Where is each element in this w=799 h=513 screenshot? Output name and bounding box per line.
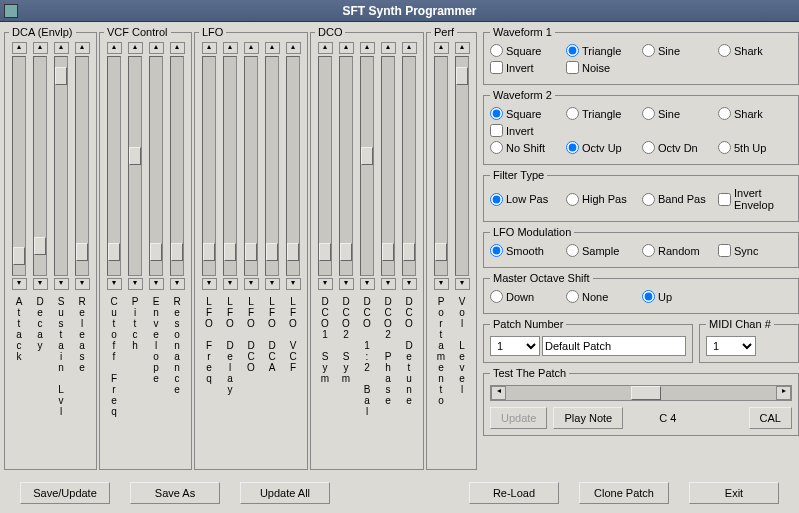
wave2-invert[interactable]: Invert bbox=[490, 124, 564, 137]
radio-input[interactable] bbox=[642, 193, 655, 206]
slider-thumb[interactable] bbox=[382, 243, 394, 261]
octave-none[interactable]: None bbox=[566, 290, 640, 303]
radio-input[interactable] bbox=[490, 290, 503, 303]
arrow-up-icon[interactable]: ▴ bbox=[339, 42, 354, 54]
wave2-square[interactable]: Square bbox=[490, 107, 564, 120]
slider-thumb[interactable] bbox=[319, 243, 331, 261]
slider-track[interactable] bbox=[434, 56, 448, 276]
radio-input[interactable] bbox=[490, 141, 503, 154]
arrow-up-icon[interactable]: ▴ bbox=[360, 42, 375, 54]
slider-track[interactable] bbox=[12, 56, 26, 276]
arrow-up-icon[interactable]: ▴ bbox=[202, 42, 217, 54]
slider-thumb[interactable] bbox=[129, 147, 141, 165]
wave1-triangle[interactable]: Triangle bbox=[566, 44, 640, 57]
octave-up[interactable]: Up bbox=[642, 290, 716, 303]
exit-button[interactable]: Exit bbox=[689, 482, 779, 504]
radio-input[interactable] bbox=[490, 107, 503, 120]
slider-track[interactable] bbox=[170, 56, 184, 276]
arrow-down-icon[interactable]: ▾ bbox=[149, 278, 164, 290]
scroll-right-icon[interactable]: ▸ bbox=[776, 386, 791, 400]
arrow-down-icon[interactable]: ▾ bbox=[360, 278, 375, 290]
wave2-shark[interactable]: Shark bbox=[718, 107, 792, 120]
radio-input[interactable] bbox=[566, 244, 579, 257]
slider-track[interactable] bbox=[223, 56, 237, 276]
slider-track[interactable] bbox=[360, 56, 374, 276]
radio-input[interactable] bbox=[718, 107, 731, 120]
arrow-up-icon[interactable]: ▴ bbox=[75, 42, 90, 54]
arrow-up-icon[interactable]: ▴ bbox=[170, 42, 185, 54]
slider-track[interactable] bbox=[128, 56, 142, 276]
arrow-down-icon[interactable]: ▾ bbox=[33, 278, 48, 290]
reload-button[interactable]: Re-Load bbox=[469, 482, 559, 504]
checkbox-input[interactable] bbox=[490, 61, 503, 74]
wave2shift-no-shift[interactable]: No Shift bbox=[490, 141, 564, 154]
slider-track[interactable] bbox=[149, 56, 163, 276]
arrow-up-icon[interactable]: ▴ bbox=[128, 42, 143, 54]
arrow-down-icon[interactable]: ▾ bbox=[12, 278, 27, 290]
radio-input[interactable] bbox=[642, 107, 655, 120]
checkbox-input[interactable] bbox=[718, 244, 731, 257]
arrow-up-icon[interactable]: ▴ bbox=[434, 42, 449, 54]
slider-thumb[interactable] bbox=[34, 237, 46, 255]
arrow-up-icon[interactable]: ▴ bbox=[318, 42, 333, 54]
arrow-down-icon[interactable]: ▾ bbox=[223, 278, 238, 290]
slider-track[interactable] bbox=[33, 56, 47, 276]
slider-thumb[interactable] bbox=[76, 243, 88, 261]
wave1-shark[interactable]: Shark bbox=[718, 44, 792, 57]
filter-band-pas[interactable]: Band Pas bbox=[642, 187, 716, 211]
arrow-down-icon[interactable]: ▾ bbox=[75, 278, 90, 290]
slider-track[interactable] bbox=[265, 56, 279, 276]
arrow-down-icon[interactable]: ▾ bbox=[54, 278, 69, 290]
lfomod-smooth[interactable]: Smooth bbox=[490, 244, 564, 257]
radio-input[interactable] bbox=[642, 44, 655, 57]
arrow-down-icon[interactable]: ▾ bbox=[402, 278, 417, 290]
filter-low-pas[interactable]: Low Pas bbox=[490, 187, 564, 211]
checkbox-input[interactable] bbox=[490, 124, 503, 137]
arrow-down-icon[interactable]: ▾ bbox=[381, 278, 396, 290]
slider-thumb[interactable] bbox=[108, 243, 120, 261]
radio-input[interactable] bbox=[490, 244, 503, 257]
wave2-triangle[interactable]: Triangle bbox=[566, 107, 640, 120]
scroll-thumb[interactable] bbox=[631, 386, 661, 400]
radio-input[interactable] bbox=[566, 193, 579, 206]
checkbox-input[interactable] bbox=[718, 193, 731, 206]
lfomod-sample[interactable]: Sample bbox=[566, 244, 640, 257]
slider-track[interactable] bbox=[402, 56, 416, 276]
test-slider[interactable]: ◂ ▸ bbox=[490, 385, 792, 401]
radio-input[interactable] bbox=[566, 141, 579, 154]
slider-track[interactable] bbox=[455, 56, 469, 276]
slider-thumb[interactable] bbox=[245, 243, 257, 261]
slider-track[interactable] bbox=[339, 56, 353, 276]
slider-thumb[interactable] bbox=[224, 243, 236, 261]
radio-input[interactable] bbox=[718, 44, 731, 57]
update-button[interactable]: Update bbox=[490, 407, 547, 429]
radio-input[interactable] bbox=[566, 290, 579, 303]
slider-thumb[interactable] bbox=[361, 147, 373, 165]
scroll-left-icon[interactable]: ◂ bbox=[491, 386, 506, 400]
radio-input[interactable] bbox=[642, 244, 655, 257]
wave2shift-5th-up[interactable]: 5th Up bbox=[718, 141, 792, 154]
wave1-square[interactable]: Square bbox=[490, 44, 564, 57]
wave1-invert[interactable]: Invert bbox=[490, 61, 564, 74]
slider-thumb[interactable] bbox=[456, 67, 468, 85]
arrow-down-icon[interactable]: ▾ bbox=[107, 278, 122, 290]
arrow-up-icon[interactable]: ▴ bbox=[244, 42, 259, 54]
slider-track[interactable] bbox=[244, 56, 258, 276]
slider-thumb[interactable] bbox=[171, 243, 183, 261]
lfomod-sync[interactable]: Sync bbox=[718, 244, 792, 257]
arrow-up-icon[interactable]: ▴ bbox=[12, 42, 27, 54]
radio-input[interactable] bbox=[490, 44, 503, 57]
slider-thumb[interactable] bbox=[150, 243, 162, 261]
arrow-down-icon[interactable]: ▾ bbox=[265, 278, 280, 290]
midi-chan-select[interactable]: 1 bbox=[706, 336, 756, 356]
radio-input[interactable] bbox=[642, 290, 655, 303]
slider-thumb[interactable] bbox=[55, 67, 67, 85]
arrow-up-icon[interactable]: ▴ bbox=[455, 42, 470, 54]
wave1-sine[interactable]: Sine bbox=[642, 44, 716, 57]
wave2-sine[interactable]: Sine bbox=[642, 107, 716, 120]
arrow-up-icon[interactable]: ▴ bbox=[286, 42, 301, 54]
slider-track[interactable] bbox=[107, 56, 121, 276]
patch-number-select[interactable]: 1 bbox=[490, 336, 540, 356]
octave-down[interactable]: Down bbox=[490, 290, 564, 303]
slider-track[interactable] bbox=[381, 56, 395, 276]
